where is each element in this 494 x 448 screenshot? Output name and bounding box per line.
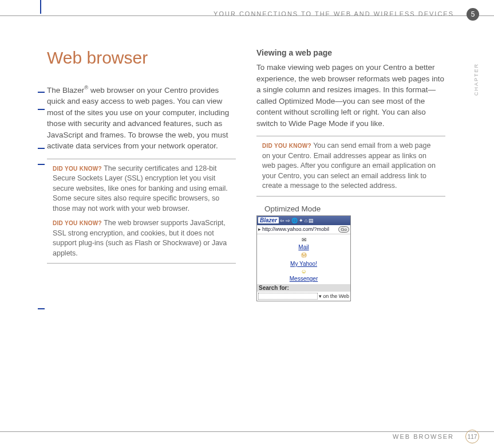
chapter-label: CHAPTER — [473, 63, 479, 96]
crop-mark — [38, 164, 45, 165]
crop-mark — [38, 148, 45, 149]
dyk-label: DID YOU KNOW? — [53, 166, 102, 172]
dyk-label: DID YOU KNOW? — [53, 220, 102, 226]
right-column: Viewing a web page To make viewing web p… — [256, 48, 445, 301]
menu-icon: ▤ — [309, 218, 314, 223]
messenger-face-icon: ☺ — [257, 268, 350, 274]
page-title: Web browser — [47, 48, 236, 68]
phone-titlebar: Blazer ⇦ ⇨ 🌐 ✦ ⌂ ▤ — [257, 216, 350, 225]
crop-mark — [38, 92, 45, 93]
section-body: To make viewing web pages on your Centro… — [256, 62, 445, 129]
left-column: Web browser The Blazer® web browser on y… — [47, 48, 236, 301]
crop-mark — [40, 0, 41, 14]
did-you-know-box: DID YOU KNOW? You can send email from a … — [256, 136, 445, 197]
myyahoo-icon: Ⓜ — [257, 251, 350, 260]
search-row: ▾ on the Web — [257, 292, 350, 301]
refresh-icon: 🌐 — [291, 218, 298, 223]
mode-label: Optimized Mode — [264, 205, 445, 213]
did-you-know-box: DID YOU KNOW? The security certificates … — [47, 159, 236, 264]
dyk-label: DID YOU KNOW? — [262, 143, 311, 149]
url-text: http://www.yahoo.com/?mobil — [262, 226, 337, 232]
url-bar: ▸ http://www.yahoo.com/?mobil Go — [257, 225, 350, 234]
footer-section-title: WEB BROWSER — [393, 433, 454, 440]
crop-mark — [38, 308, 45, 309]
phone-screenshot: Blazer ⇦ ⇨ 🌐 ✦ ⌂ ▤ ▸ http://www.yahoo.co… — [256, 215, 351, 301]
dropdown-arrow-icon: ▾ — [319, 293, 322, 299]
search-scope-dropdown: ▾ on the Web — [319, 293, 349, 299]
url-arrow-icon: ▸ — [258, 226, 261, 232]
page-number: 117 — [465, 430, 479, 443]
messenger-link: Messenger — [257, 276, 350, 282]
app-name: Blazer — [258, 217, 279, 223]
home-icon: ⌂ — [305, 218, 307, 223]
forward-icon: ⇨ — [286, 218, 290, 223]
myyahoo-link: My Yahoo! — [257, 261, 350, 267]
search-input — [258, 293, 318, 300]
back-icon: ⇦ — [280, 218, 284, 223]
mail-envelope-icon: ✉ — [257, 237, 350, 243]
crop-mark — [38, 109, 45, 110]
mail-link: Mail — [257, 244, 350, 250]
intro-text: The Blazer® web browser on your Centro p… — [47, 84, 236, 152]
phone-content: ✉ Mail Ⓜ My Yahoo! ☺ Messenger — [257, 234, 350, 284]
search-label: Search for: — [257, 284, 350, 292]
bookmark-icon: ✦ — [299, 218, 303, 223]
go-button: Go — [338, 226, 349, 233]
chapter-number-badge: 5 — [467, 8, 479, 21]
section-subtitle: Viewing a web page — [256, 48, 445, 57]
header-section-title: YOUR CONNECTIONS TO THE WEB AND WIRELESS… — [214, 10, 454, 17]
